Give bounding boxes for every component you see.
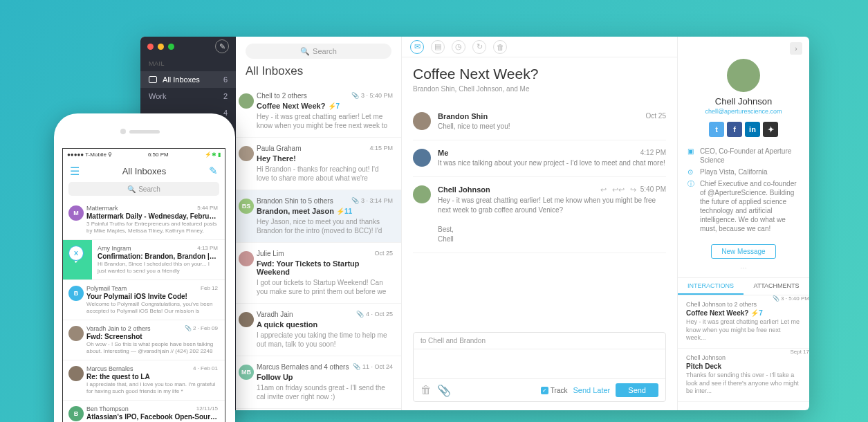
sidebar-item-count: 4 <box>223 109 228 117</box>
message-item[interactable]: Chell to 2 others📎 3 · 5:40 PMCoffee Nex… <box>236 85 401 138</box>
new-message-button[interactable]: New Message <box>711 244 775 259</box>
briefcase-icon: ▣ <box>687 147 694 165</box>
social-link[interactable]: t <box>709 122 724 137</box>
phone-message-item[interactable]: BBen Thompson12/11/15Atlassian's IPO, Fa… <box>63 401 225 422</box>
contact-email[interactable]: chell@aperturescience.com <box>678 108 809 115</box>
contact-pane: › Chell Johnson chell@aperturescience.co… <box>678 37 809 410</box>
contact-title: CEO, Co-Founder at Aperture Science <box>700 147 800 165</box>
sidebar-section-label: MAIL <box>140 56 236 71</box>
contact-avatar <box>727 59 760 92</box>
thread-message[interactable]: Chell Johnson↩↩↩↪5:40 PMHey - it was gre… <box>413 177 666 253</box>
status-bar: ●●●●●T-Mobile⚲ 6:50 PM ⚡✱ ▮ <box>63 149 225 160</box>
expand-icon[interactable]: › <box>790 42 802 55</box>
more-icon[interactable]: ⋯ <box>678 264 809 272</box>
search-input[interactable]: 🔍 Search <box>246 44 391 59</box>
tag-icon[interactable]: ▤ <box>431 40 445 54</box>
thread-message[interactable]: Brandon ShinOct 25Chell, nice to meet yo… <box>413 104 666 140</box>
archive-icon[interactable]: ✉ <box>410 40 424 54</box>
close-window-button[interactable] <box>147 44 154 50</box>
send-later-button[interactable]: Send Later <box>573 386 610 394</box>
message-item[interactable]: Julie LimOct 25Fwd: Your Tickets to Star… <box>236 243 401 304</box>
sidebar-item-count: 6 <box>223 75 228 84</box>
refresh-icon[interactable]: ↻ <box>472 40 486 54</box>
trash-draft-icon[interactable]: 🗑 <box>421 384 432 396</box>
list-title: All Inboxes <box>246 64 391 78</box>
send-button[interactable]: Send <box>616 383 658 397</box>
thread-message[interactable]: Me4:12 PMIt was nice talking about your … <box>413 140 666 177</box>
phone-title: All Inboxes <box>80 166 209 176</box>
message-item[interactable]: MBMarcus Bernales and 4 others📎 11 · Oct… <box>236 356 401 409</box>
reply-body-input[interactable] <box>414 349 665 378</box>
phone-message-item[interactable]: Marcus Bernales4 · Feb 01Re: the quest t… <box>63 360 225 401</box>
search-icon: 🔍 <box>127 185 136 193</box>
social-link[interactable]: f <box>727 122 742 137</box>
sidebar-item-label: Work <box>149 92 166 100</box>
compose-icon[interactable]: ✎ <box>209 165 218 177</box>
contact-location: Playa Vista, California <box>700 167 768 176</box>
sidebar-item-work[interactable]: Work 2 <box>140 88 236 104</box>
snooze-icon[interactable]: ◷ <box>452 40 465 54</box>
trash-icon[interactable]: 🗑 <box>493 40 507 54</box>
message-list-pane: 🔍 Search All Inboxes Chell to 2 others📎 … <box>236 37 402 410</box>
reply-composer: to Chell and Brandon 🗑 📎 ✓Track Send Lat… <box>413 332 666 402</box>
phone-search-input[interactable]: 🔍Search <box>68 182 219 196</box>
window-titlebar: ✎ <box>140 37 236 56</box>
iphone-device: ●●●●●T-Mobile⚲ 6:50 PM ⚡✱ ▮ ☰ All Inboxe… <box>54 113 235 422</box>
message-item[interactable]: Varadh Jain📎 4 · Oct 25A quick questionI… <box>236 304 401 356</box>
thread-subject: Coffee Next Week? <box>413 66 666 82</box>
sidebar-item-all-inboxes[interactable]: All Inboxes 6 <box>140 71 236 88</box>
message-item[interactable]: BSBrandon Shin to 5 others📎 3 · 3:14 PMB… <box>236 190 401 243</box>
thread-participants: Brandon Shin, Chell Johnson, and Me <box>413 85 666 93</box>
menu-icon[interactable]: ☰ <box>70 165 80 178</box>
contact-name: Chell Johnson <box>678 96 809 107</box>
sidebar-item-count: 2 <box>223 92 228 100</box>
track-toggle[interactable]: ✓Track <box>541 387 568 394</box>
social-link[interactable]: in <box>745 122 760 137</box>
location-icon: ⊙ <box>687 167 694 176</box>
message-item[interactable]: Paula Graham4:15 PMHey There!Hi Brandon … <box>236 138 401 190</box>
phone-message-item[interactable]: MMattermark5:44 PMMattermark Daily - Wed… <box>63 200 225 240</box>
contact-bio: Chief Executive and co-founder of @Apert… <box>700 179 800 233</box>
social-link[interactable]: ✦ <box>763 122 778 137</box>
attachment-icon[interactable]: 📎 <box>437 384 451 397</box>
sidebar-item-label: All Inboxes <box>163 75 200 84</box>
thread-toolbar: ✉ ▤ ◷ ↻ 🗑 <box>402 37 677 57</box>
desktop-app-window: ✎ MAIL All Inboxes 6 Work 2 4 🔍 Search A… <box>140 37 809 410</box>
phone-message-item[interactable]: ✓XAmy Ingram4:13 PMConfirmation: Brandon… <box>63 240 225 280</box>
minimize-window-button[interactable] <box>158 44 164 50</box>
inbox-icon <box>149 76 157 83</box>
info-icon: ⓘ <box>687 179 694 233</box>
tab-interactions[interactable]: INTERACTIONS <box>678 278 744 295</box>
thread-pane: ✉ ▤ ◷ ↻ 🗑 Coffee Next Week? Brandon Shin… <box>402 37 678 410</box>
phone-screen: ●●●●●T-Mobile⚲ 6:50 PM ⚡✱ ▮ ☰ All Inboxe… <box>62 148 225 422</box>
forward-icon[interactable]: ↪ <box>630 185 636 194</box>
interaction-item[interactable]: Chell Johnson to 2 others📎 3 · 5:40 PMCo… <box>678 295 809 349</box>
search-icon: 🔍 <box>300 47 310 56</box>
interaction-item[interactable]: Chell JohnsonSept 17Pitch DeckThanks for… <box>678 349 809 402</box>
reply-icon[interactable]: ↩ <box>600 185 607 194</box>
maximize-window-button[interactable] <box>168 44 174 50</box>
tab-attachments[interactable]: ATTACHMENTS <box>744 278 809 295</box>
reply-all-icon[interactable]: ↩↩ <box>612 185 625 194</box>
phone-message-item[interactable]: BPolymail TeamFeb 12Your Polymail iOS In… <box>63 280 225 320</box>
compose-button[interactable]: ✎ <box>215 39 229 53</box>
reply-to-field[interactable]: to Chell and Brandon <box>414 333 665 349</box>
phone-message-item[interactable]: Varadh Jain to 2 others📎 2 · Feb 09Fwd: … <box>63 320 225 360</box>
